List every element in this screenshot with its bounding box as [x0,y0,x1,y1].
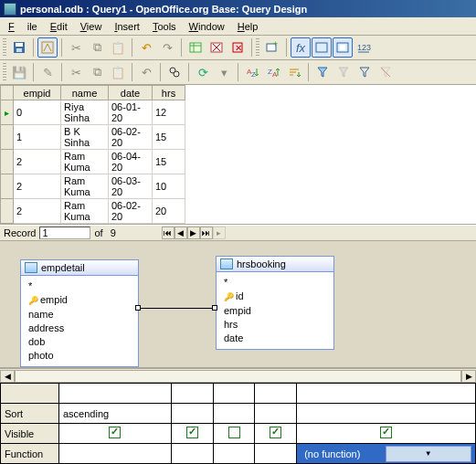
field-*[interactable]: * [26,279,132,293]
refresh-icon[interactable]: ⟳ [193,62,213,82]
hscrollbar[interactable]: ◀ ▶ [0,368,476,383]
visible-check-0[interactable] [109,427,121,438]
function-cell-1[interactable] [171,444,213,464]
visible-check-3[interactable] [270,427,281,438]
corner-cell[interactable] [1,86,14,100]
toolbar-grip[interactable] [3,38,6,57]
add-table-icon[interactable]: + [262,37,282,58]
row-header[interactable] [1,174,14,199]
join-line[interactable] [139,308,216,309]
distinct-icon[interactable]: 123 [354,37,374,58]
function-cell-0[interactable] [59,444,172,464]
table-name-icon[interactable] [312,37,332,58]
nav-next-icon[interactable]: ▶ [187,227,200,239]
cell-name[interactable]: Ram Kuma [61,174,109,199]
cell-empid[interactable]: 0 [14,100,61,125]
cell-name[interactable]: B K Sinha [61,125,109,150]
sort-cell-4[interactable] [297,404,476,424]
field-empid[interactable]: empid [26,293,132,308]
result-grid[interactable]: empid name date hrs ▸ 0 Riya Sinha 06-01… [0,85,185,224]
cell-name[interactable]: Riya Sinha [61,100,109,125]
nav-first-icon[interactable]: ⏮ [162,227,175,239]
delete-icon[interactable]: ✕ [227,37,248,58]
copy-icon[interactable]: ⧉ [87,37,107,58]
cell-date[interactable]: 06-02-20 [109,125,153,150]
alias-icon[interactable] [333,37,353,58]
standard-filter-icon[interactable] [354,62,375,82]
undo-icon[interactable]: ↶ [136,62,156,82]
nav-last-icon[interactable]: ⏭ [200,227,213,239]
paste-icon[interactable]: 📋 [108,37,128,58]
save-icon[interactable] [9,37,29,58]
cell-date[interactable]: 06-01-20 [109,100,153,125]
visible-check-2[interactable] [228,427,240,438]
cell-empid[interactable]: 2 [14,174,61,199]
find-icon[interactable] [164,62,185,82]
sort-icon[interactable] [284,62,304,82]
scroll-left-icon[interactable]: ◀ [0,370,15,383]
sort-asc-icon[interactable]: AZ [242,62,262,82]
cell-hrs[interactable]: 15 [153,150,185,174]
menu-insert[interactable]: Insert [108,19,146,34]
cell-hrs[interactable]: 20 [153,199,185,224]
row-header[interactable]: ▸ [1,100,14,125]
cell-hrs[interactable]: 10 [153,174,185,199]
menu-edit[interactable]: Edit [44,19,74,34]
tablewin-empdetail[interactable]: empdetail *empidnameaddressdobphoto [20,259,139,367]
sort-desc-icon[interactable]: ZA [263,62,283,82]
menu-tools[interactable]: Tools [146,19,183,34]
field-address[interactable]: address [26,322,132,335]
cell-date[interactable]: 06-04-20 [109,150,153,174]
run-query-icon[interactable] [185,37,206,58]
row-header[interactable] [1,199,14,224]
cell-hrs[interactable]: 12 [153,100,185,125]
menu-help[interactable]: Help [231,19,265,34]
function-cell-2[interactable] [213,444,255,464]
cut-icon[interactable]: ✂ [66,62,86,82]
visible-check-4[interactable] [380,427,392,438]
field-hrs[interactable]: hrs [222,318,328,332]
sort-cell-0[interactable]: ascending [59,404,172,424]
field-photo[interactable]: photo [26,349,132,363]
cell-empid[interactable]: 2 [14,150,61,174]
cell-hrs[interactable]: 15 [153,125,185,150]
scroll-right-icon[interactable]: ▶ [461,370,476,383]
field-dob[interactable]: dob [26,335,132,349]
toolbar-grip[interactable] [256,38,259,57]
function-cell-4[interactable]: (no function) ▼ [297,444,476,464]
remove-filter-icon[interactable] [376,62,396,82]
sort-cell-3[interactable] [255,404,297,424]
row-header[interactable] [1,125,14,150]
cell-date[interactable]: 06-03-20 [109,174,153,199]
copy-icon[interactable]: ⧉ [87,62,107,82]
functions-icon[interactable]: fx [291,37,311,58]
menu-window[interactable]: Window [183,19,231,34]
col-hrs[interactable]: hrs [153,86,185,100]
undo-icon[interactable]: ↶ [136,37,156,58]
nav-prev-icon[interactable]: ◀ [175,227,187,239]
paste-icon[interactable]: 📋 [108,62,128,82]
sort-cell-1[interactable] [171,404,213,424]
visible-check-1[interactable] [186,427,198,438]
col-date[interactable]: date [109,86,153,100]
tablewin-hrsbooking[interactable]: hrsbooking *idempidhrsdate [216,256,334,350]
clear-query-icon[interactable] [206,37,227,58]
col-empid[interactable]: empid [14,86,61,100]
apply-filter-icon[interactable] [333,62,354,82]
cut-icon[interactable]: ✂ [66,37,86,58]
cell-date[interactable]: 06-02-20 [109,199,153,224]
edit-data-icon[interactable]: ✎ [37,62,58,82]
sort-cell-2[interactable] [213,404,255,424]
field-empid[interactable]: empid [222,304,328,318]
refresh-options-icon[interactable]: ▾ [214,62,234,82]
relation-canvas[interactable]: empdetail *empidnameaddressdobphoto hrsb… [0,241,476,368]
record-current[interactable] [39,227,90,239]
field-date[interactable]: date [222,332,328,345]
function-cell-3[interactable] [255,444,297,464]
cell-name[interactable]: Ram Kuma [61,150,109,174]
field-name[interactable]: name [26,308,132,322]
save-record-icon[interactable]: 💾 [9,62,29,82]
dropdown-icon[interactable]: ▼ [386,446,471,462]
design-grid[interactable]: Sort ascending Visible Function (no func… [0,383,476,464]
row-header[interactable] [1,150,14,174]
